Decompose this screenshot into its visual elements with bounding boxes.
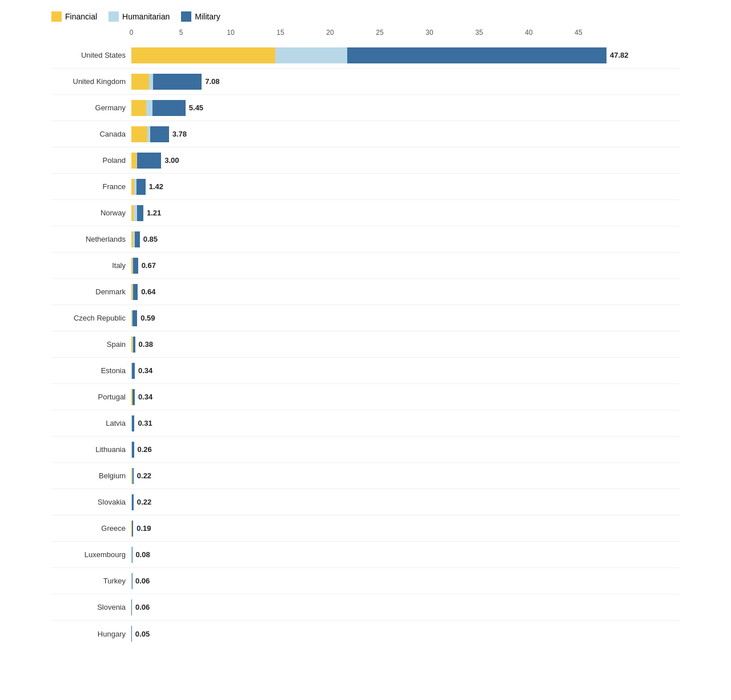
country-label-13: Portugal xyxy=(51,393,131,401)
bar-value-14: 0.31 xyxy=(138,419,152,427)
bar-area-5: 1.42 xyxy=(131,179,628,195)
legend-label-military: Military xyxy=(195,12,220,21)
bar-value-22: 0.05 xyxy=(135,630,150,638)
bar-area-3: 3.78 xyxy=(131,126,628,142)
country-label-17: Slovakia xyxy=(51,498,131,506)
axis-tick-10: 10 xyxy=(227,29,234,37)
bar-row-12: Estonia0.34 xyxy=(51,358,680,384)
country-label-2: Germany xyxy=(51,103,131,112)
axis-tick-40: 40 xyxy=(525,29,532,37)
country-label-8: Italy xyxy=(51,261,131,270)
bar-row-15: Lithuania0.26 xyxy=(51,437,680,463)
seg-military-0 xyxy=(347,47,607,63)
bar-segments-5 xyxy=(131,179,146,195)
country-label-9: Denmark xyxy=(51,287,131,296)
bar-segments-12 xyxy=(131,363,135,379)
bar-row-22: Hungary0.05 xyxy=(51,621,680,647)
axis-tick-45: 45 xyxy=(575,29,582,37)
country-label-18: Greece xyxy=(51,524,131,533)
bar-value-16: 0.22 xyxy=(137,471,151,480)
country-label-19: Luxembourg xyxy=(51,550,131,559)
bar-segments-13 xyxy=(131,389,135,405)
bar-value-4: 3.00 xyxy=(164,156,179,165)
bar-area-18: 0.19 xyxy=(131,521,628,537)
bar-area-8: 0.67 xyxy=(131,258,628,274)
bar-value-19: 0.08 xyxy=(135,550,150,559)
bar-value-18: 0.19 xyxy=(136,524,151,533)
country-label-7: Netherlands xyxy=(51,235,131,243)
legend-label-humanitarian: Humanitarian xyxy=(122,12,170,21)
bar-value-6: 1.21 xyxy=(147,209,161,217)
bar-segments-1 xyxy=(131,74,202,90)
country-label-11: Spain xyxy=(51,340,131,349)
seg-military-12 xyxy=(132,363,135,379)
bar-area-19: 0.08 xyxy=(131,547,628,563)
bar-segments-8 xyxy=(131,258,138,274)
axis-tick-0: 0 xyxy=(130,29,134,37)
seg-military-1 xyxy=(153,74,202,90)
seg-military-2 xyxy=(152,100,185,116)
bar-value-17: 0.22 xyxy=(137,498,151,506)
bar-area-9: 0.64 xyxy=(131,284,628,300)
seg-military-18 xyxy=(132,521,133,537)
seg-military-8 xyxy=(133,258,138,274)
bar-segments-22 xyxy=(131,626,132,642)
bar-row-16: Belgium0.22 xyxy=(51,463,680,489)
country-label-12: Estonia xyxy=(51,366,131,375)
seg-military-21 xyxy=(131,599,132,615)
bar-value-9: 0.64 xyxy=(141,287,155,296)
bar-value-12: 0.34 xyxy=(138,366,152,375)
bar-area-6: 1.21 xyxy=(131,205,628,221)
bar-area-12: 0.34 xyxy=(131,363,628,379)
bar-segments-0 xyxy=(131,47,607,63)
bar-chart: United States47.82United Kingdom7.08Germ… xyxy=(51,42,680,647)
bar-segments-6 xyxy=(131,205,143,221)
legend-item-military: Military xyxy=(181,11,220,22)
bar-row-7: Netherlands0.85 xyxy=(51,226,680,253)
bar-row-18: Greece0.19 xyxy=(51,515,680,542)
bar-segments-21 xyxy=(131,599,132,615)
seg-financial-0 xyxy=(131,47,275,63)
legend-swatch-humanitarian xyxy=(109,11,119,22)
bar-row-9: Denmark0.64 xyxy=(51,279,680,305)
bar-area-22: 0.05 xyxy=(131,626,628,642)
seg-military-5 xyxy=(136,179,146,195)
country-label-1: United Kingdom xyxy=(51,77,131,86)
bar-segments-14 xyxy=(131,415,134,431)
bar-value-11: 0.38 xyxy=(139,340,153,349)
bar-value-13: 0.34 xyxy=(138,393,152,401)
bar-area-15: 0.26 xyxy=(131,442,628,458)
seg-military-6 xyxy=(137,205,143,221)
bar-area-4: 3.00 xyxy=(131,153,628,169)
bar-segments-10 xyxy=(131,310,137,326)
bar-segments-7 xyxy=(131,231,140,247)
bar-row-19: Luxembourg0.08 xyxy=(51,542,680,568)
legend: FinancialHumanitarianMilitary xyxy=(51,11,680,22)
bar-value-7: 0.85 xyxy=(143,235,158,243)
seg-financial-4 xyxy=(131,153,136,169)
seg-financial-3 xyxy=(131,126,147,142)
seg-military-7 xyxy=(135,231,140,247)
seg-military-17 xyxy=(132,494,134,510)
seg-military-9 xyxy=(133,284,138,300)
bar-segments-17 xyxy=(131,494,134,510)
country-label-3: Canada xyxy=(51,130,131,138)
bar-value-0: 47.82 xyxy=(610,51,629,59)
bar-area-2: 5.45 xyxy=(131,100,628,116)
bar-row-14: Latvia0.31 xyxy=(51,410,680,437)
seg-military-16 xyxy=(132,468,134,484)
bar-row-21: Slovenia0.06 xyxy=(51,594,680,621)
country-label-10: Czech Republic xyxy=(51,314,131,322)
axis-tick-20: 20 xyxy=(326,29,334,37)
country-label-6: Norway xyxy=(51,209,131,217)
bar-row-2: Germany5.45 xyxy=(51,95,680,121)
bar-value-15: 0.26 xyxy=(138,445,152,454)
country-label-15: Lithuania xyxy=(51,445,131,454)
country-label-0: United States xyxy=(51,51,131,59)
country-label-14: Latvia xyxy=(51,419,131,427)
bar-area-0: 47.82 xyxy=(131,47,628,63)
bar-row-11: Spain0.38 xyxy=(51,331,680,358)
country-label-22: Hungary xyxy=(51,630,131,638)
seg-military-10 xyxy=(132,310,138,326)
axis-tick-15: 15 xyxy=(276,29,284,37)
